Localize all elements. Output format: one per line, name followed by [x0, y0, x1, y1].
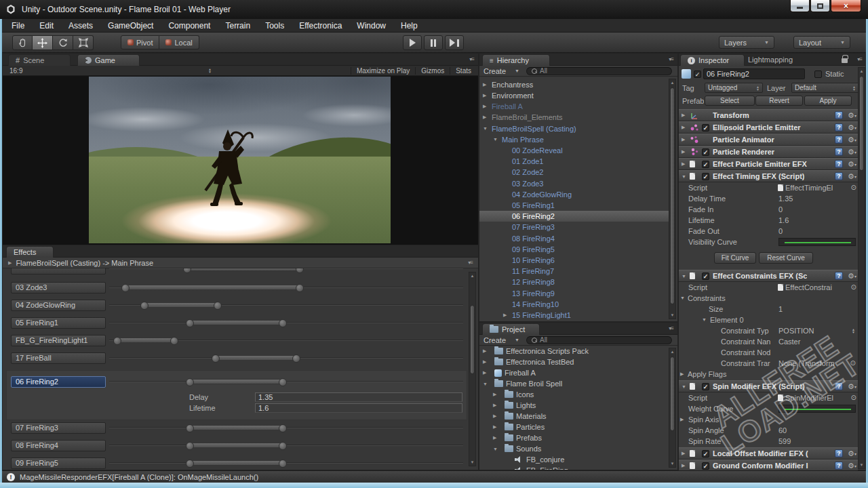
gear-icon[interactable]: ⚙▾ — [848, 172, 856, 181]
hierarchy-item[interactable]: 01 Zode1 — [479, 156, 669, 167]
menu-effectronica[interactable]: Effectronica — [299, 21, 342, 30]
gear-icon[interactable]: ⚙▾ — [848, 136, 856, 144]
project-item[interactable]: ▶Effectronica TestBed — [479, 357, 669, 367]
component-enabled-checkbox[interactable]: ✓ — [702, 383, 709, 390]
step-button[interactable] — [445, 35, 464, 50]
project-item[interactable]: ▼Flame Broil Spell — [479, 378, 669, 389]
pause-button[interactable] — [424, 35, 443, 50]
scroll-down-icon[interactable]: ▼ — [669, 462, 675, 466]
component-enabled-checkbox[interactable]: ✓ — [702, 462, 709, 470]
layer-dropdown[interactable]: Default▲▼ — [791, 83, 859, 93]
help-icon[interactable]: ? — [835, 382, 843, 390]
project-scrollbar[interactable]: ▲ ▼ — [669, 348, 676, 468]
scroll-up-icon[interactable]: ▲ — [669, 350, 675, 354]
stats-toggle[interactable]: Stats — [450, 67, 477, 75]
component-effect-timing-efx[interactable]: ▼ ✓ Effect Timing EFX (Script) ? ⚙▾ — [679, 170, 858, 182]
scrollbar-thumb[interactable] — [470, 305, 475, 374]
component-enabled-checkbox[interactable]: ✓ — [702, 450, 709, 458]
script-field[interactable]: SpinModifierEl⊙ — [778, 394, 856, 402]
collapse-arrow-icon[interactable]: ▼ — [682, 384, 686, 389]
effect-row-label[interactable]: 04 ZodeGlowRing — [11, 300, 106, 311]
hierarchy-item[interactable]: 07 FireRing3 — [479, 222, 669, 232]
project-item[interactable]: ▼Sounds — [479, 443, 669, 454]
help-icon[interactable]: ? — [835, 136, 843, 144]
play-button[interactable] — [403, 35, 422, 50]
effect-timeline-bar[interactable] — [189, 443, 284, 448]
collapse-arrow-icon[interactable]: ▼ — [682, 174, 686, 179]
menu-terrain[interactable]: Terrain — [225, 21, 250, 30]
tag-dropdown[interactable]: Untagged▲▼ — [705, 83, 763, 93]
effect-timeline-bar[interactable] — [124, 285, 301, 290]
component-local-offset-modifier-efx[interactable]: ▶ ✓ Local Offset Modifier EFX ( ? ⚙▾ — [679, 447, 858, 460]
hierarchy-item[interactable]: ▼FlameBroilSpell (Casting) — [479, 123, 669, 134]
component-ellipsoid-particle-emitter[interactable]: ▶ ✓ Ellipsoid Particle Emitter ? ⚙▾ — [679, 121, 858, 134]
expand-toggle-icon[interactable]: ▼ — [493, 447, 502, 451]
hierarchy-item[interactable]: 02 Zode2 — [479, 167, 669, 178]
collapse-arrow-icon[interactable]: ▼ — [702, 317, 707, 322]
prefab-revert-button[interactable]: Revert — [755, 96, 803, 106]
gear-icon[interactable]: ⚙▾ — [848, 272, 856, 281]
hierarchy-item[interactable]: ▶Fireball A — [479, 101, 669, 112]
expand-toggle-icon[interactable]: ▶ — [493, 435, 502, 441]
project-search-input[interactable]: All — [526, 336, 672, 344]
tab-lightmapping[interactable]: Lightmapping — [748, 56, 793, 64]
menu-gameobject[interactable]: GameObject — [108, 21, 153, 30]
collapse-arrow-icon[interactable]: ▼ — [680, 296, 685, 300]
project-item[interactable]: FB_conjure — [479, 454, 669, 465]
fade-in-value[interactable]: 0 — [778, 205, 783, 214]
active-checkbox[interactable]: ✓ — [694, 70, 701, 78]
component-enabled-checkbox[interactable]: ✓ — [702, 173, 709, 180]
layers-dropdown[interactable]: Layers▼ — [719, 36, 774, 49]
weight-curve-field[interactable] — [778, 405, 856, 413]
project-create-button[interactable]: Create▼ — [479, 336, 524, 344]
size-value[interactable]: 1 — [778, 305, 783, 313]
panel-menu-icon[interactable]: ▾≡ — [669, 56, 673, 62]
help-icon[interactable]: ? — [835, 462, 843, 470]
component-enabled-checkbox[interactable]: ✓ — [702, 161, 709, 168]
expand-toggle-icon[interactable]: ▶ — [483, 104, 492, 109]
prefab-apply-button[interactable]: Apply — [804, 96, 852, 106]
expand-toggle-icon[interactable]: ▶ — [483, 82, 492, 87]
game-viewport[interactable] — [3, 76, 478, 245]
scale-tool-button[interactable] — [73, 35, 94, 50]
effect-row-label[interactable]: 07 FireRing3 — [11, 422, 106, 434]
effect-row-label[interactable]: 03 Zode3 — [11, 282, 106, 293]
hierarchy-item[interactable]: 00 ZodeReveal — [479, 145, 669, 156]
expand-arrow-icon[interactable]: ▶ — [8, 260, 12, 266]
help-icon[interactable]: ? — [835, 111, 843, 119]
tab-game[interactable]: Game — [77, 54, 140, 66]
menu-window[interactable]: Window — [357, 21, 386, 30]
delay-time-value[interactable]: 1.35 — [778, 195, 793, 203]
maximize-on-play-toggle[interactable]: Maximize on Play — [351, 67, 415, 75]
close-button[interactable]: × — [831, 0, 861, 12]
aspect-dropdown[interactable]: 16:9 — [3, 67, 22, 75]
gear-icon[interactable]: ⚙▾ — [848, 449, 856, 458]
expand-arrow-icon[interactable]: ▶ — [682, 161, 685, 167]
scroll-down-icon[interactable]: ▼ — [669, 313, 675, 317]
expand-toggle-icon[interactable]: ▼ — [483, 126, 492, 131]
minimize-button[interactable] — [790, 0, 810, 12]
tab-scene[interactable]: # Scene — [8, 54, 71, 66]
tab-hierarchy[interactable]: ≡ Hierarchy — [482, 54, 550, 66]
component-effect-constraints-efx[interactable]: ▼ ✓ Effect Constraints EFX (Sc ? ⚙▾ — [679, 270, 858, 282]
hand-tool-button[interactable] — [12, 35, 33, 50]
help-icon[interactable]: ? — [835, 148, 843, 156]
expand-toggle-icon[interactable]: ▶ — [483, 370, 492, 375]
help-icon[interactable]: ? — [835, 160, 843, 168]
project-item[interactable]: ▶Particles — [479, 422, 669, 432]
project-item[interactable]: ▶Prefabs — [479, 432, 669, 443]
expand-arrow-icon[interactable]: ▶ — [682, 463, 685, 468]
expand-toggle-icon[interactable]: ▶ — [503, 312, 512, 318]
lifetime-field[interactable]: 1.6 — [255, 403, 462, 413]
effect-row-label[interactable]: 06 FireRing2 — [11, 376, 106, 388]
maximize-button[interactable] — [810, 0, 830, 12]
effect-timeline-bar[interactable] — [116, 338, 176, 343]
expand-toggle-icon[interactable]: ▶ — [483, 115, 492, 120]
tab-effects[interactable]: Effects — [6, 246, 54, 258]
static-checkbox[interactable] — [814, 70, 822, 78]
effect-timeline-bar[interactable] — [214, 355, 298, 361]
hierarchy-item[interactable]: 14 FireRing10 — [479, 299, 669, 310]
expand-toggle-icon[interactable]: ▶ — [483, 348, 492, 354]
project-item[interactable]: ▶Materials — [479, 411, 669, 422]
effects-scrollbar[interactable]: ▲ ▼ — [469, 272, 476, 466]
